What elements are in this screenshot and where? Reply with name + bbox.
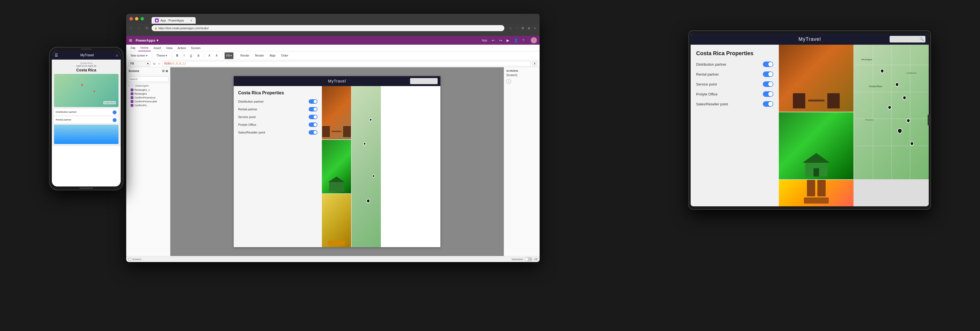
map-pin-4 <box>366 198 371 203</box>
screen-info-icon[interactable]: i <box>506 79 511 84</box>
phone-prop-item-2[interactable]: Rental partner ⬤ <box>54 117 118 123</box>
photo-2 <box>322 140 351 193</box>
property-dropdown[interactable]: Fill ▾ <box>129 61 151 67</box>
theme-btn[interactable]: Theme ▾ <box>154 53 170 59</box>
font-color-btn[interactable]: A <box>213 53 220 59</box>
pa-menu-insert[interactable]: Insert <box>151 45 164 51</box>
toggle-rental[interactable] <box>309 107 318 112</box>
pa-nav-preview[interactable]: ▶ <box>506 38 509 43</box>
italic-btn[interactable]: I <box>181 53 187 59</box>
phone-search-icon[interactable]: ⌕ <box>116 53 118 57</box>
phone-prop-toggle-2[interactable]: ⬤ <box>113 117 117 122</box>
tablet-toggle-distribution[interactable] <box>763 61 773 67</box>
toggle-off-label: Off <box>534 258 538 261</box>
font-size-btn[interactable]: A <box>206 53 213 59</box>
sidebar-list-icon[interactable]: ☰ <box>162 69 164 72</box>
traffic-light-close[interactable] <box>129 17 133 21</box>
tree-item-confirmpictureicon[interactable]: ConfirmPictureIcon <box>126 96 170 99</box>
more-icon[interactable]: ⋯ <box>514 26 519 30</box>
toggle-thumb-rental <box>313 107 317 111</box>
tab-close-btn[interactable]: ✕ <box>190 19 192 22</box>
app-search-bar[interactable] <box>410 78 438 84</box>
interaction-label: Interaction <box>512 258 523 261</box>
address-bar[interactable]: 🔒 https://test.create.powerapps.com/stud… <box>151 25 504 31</box>
render-btn[interactable]: Render <box>238 53 251 59</box>
traffic-light-maximize[interactable] <box>140 17 144 21</box>
formula-input[interactable]: RGBA(0,0,0,1) <box>162 61 531 67</box>
render-btn-2[interactable]: Render <box>253 53 266 59</box>
pa-menu-action[interactable]: Action <box>175 45 188 51</box>
pa-search-row <box>126 75 170 83</box>
phone-prop-label-2: Rental partner <box>56 118 72 121</box>
forward-button[interactable]: → <box>136 25 142 31</box>
toggle-thumb-service <box>313 115 317 118</box>
pa-bottom-bar: Screen1 Interaction Off <box>126 256 539 262</box>
underline-btn[interactable]: U <box>188 53 194 59</box>
pa-menu-file[interactable]: File <box>129 45 138 51</box>
menu-icon[interactable]: ≡ <box>533 26 538 30</box>
strikethrough-btn[interactable]: S <box>196 53 202 59</box>
pa-nav-redo[interactable]: ↪ <box>499 38 502 43</box>
back-button[interactable]: ← <box>129 25 135 31</box>
browser-tab[interactable]: ▦ App - PowerApps ✕ <box>151 17 196 24</box>
settings-icon[interactable]: ⚙ <box>520 26 525 30</box>
fill-btn[interactable]: Fill ▾ <box>224 53 234 59</box>
tablet-toggle-prolyte[interactable] <box>763 91 773 97</box>
align-btn[interactable]: Align <box>267 53 278 59</box>
extensions-icon[interactable]: ⊕ <box>527 26 531 30</box>
pa-brand: PowerApps ▾ <box>135 38 159 43</box>
screen-check-input[interactable] <box>129 258 131 261</box>
tablet-map-text-4: Caribbean <box>907 72 916 74</box>
tablet-toggle-thumb-prolyte <box>768 92 773 96</box>
tablet-toggle-service[interactable] <box>763 82 773 87</box>
phone-prop-toggle-1[interactable]: ⬤ <box>113 110 117 114</box>
traffic-light-minimize[interactable] <box>135 17 138 21</box>
phone-map-label: Costa Rica <box>103 101 116 104</box>
app-right-panel <box>322 86 441 247</box>
tablet-photo-1 <box>779 45 853 112</box>
interaction-toggle-track[interactable] <box>525 257 533 261</box>
order-btn[interactable]: Order <box>279 53 291 59</box>
pa-nav-help[interactable]: ? <box>522 38 524 42</box>
tablet-toggle-thumb-rental <box>768 72 773 77</box>
reload-button[interactable]: ↻ <box>144 25 150 31</box>
tree-icon-rect <box>130 88 134 91</box>
phone-hamburger-icon[interactable]: ☰ <box>54 53 58 58</box>
toggle-label-sales: Sales/Reseller point <box>238 131 265 134</box>
tablet-photo-3 <box>779 180 853 206</box>
app-section-title: Costa Rica Properties <box>238 91 318 96</box>
pa-nav-app[interactable]: App <box>482 38 487 42</box>
toggle-row-prolyte: Prolyte Office <box>238 123 318 127</box>
pa-nav-undo[interactable]: ↩ <box>492 38 495 43</box>
pa-nav-share[interactable]: 👤 <box>514 38 518 43</box>
toggle-distribution[interactable] <box>309 99 318 104</box>
tablet-toggle-rental[interactable] <box>763 72 773 77</box>
tree-item-confirmpicturelabel[interactable]: ConfirmPictureLabel <box>126 99 170 104</box>
tree-icon-folder: 📄 <box>130 84 134 87</box>
pa-menu-screen[interactable]: Screen <box>189 45 203 51</box>
toggle-sales[interactable] <box>309 130 318 134</box>
bookmark-icon[interactable]: ☆ <box>508 26 513 30</box>
tablet-toggle-sales[interactable] <box>763 101 773 107</box>
toggle-service[interactable] <box>309 115 318 119</box>
formula-expand-btn[interactable]: ⬇ <box>532 61 538 67</box>
tree-item-visitorsignin[interactable]: ▾ 📄 VisitorSignin <box>126 83 170 88</box>
screens-search-input[interactable] <box>128 77 169 82</box>
toggle-prolyte[interactable] <box>309 123 318 127</box>
tree-item-rectangle1_1[interactable]: Rectangle1_1 <box>126 88 170 92</box>
pa-menu-view[interactable]: View <box>164 45 175 51</box>
tree-item-confirmpic[interactable]: ConfirmPic... <box>126 104 170 107</box>
bold-btn[interactable]: B <box>174 53 180 59</box>
tree-item-rectangle1[interactable]: Rectangle1 <box>126 92 170 96</box>
phone-prop-item-1[interactable]: Distribution partner ⬤ <box>54 109 118 115</box>
screen-section-label: SCREEN <box>506 69 538 72</box>
sidebar-grid-icon[interactable]: ⊞ <box>165 69 168 72</box>
pa-toolbar: New screen ▾ Theme ▾ B I U S A A Fill ▾ … <box>126 51 539 60</box>
screen-checkbox[interactable]: Screen1 <box>129 258 142 261</box>
pa-menu-home[interactable]: Home <box>138 45 151 51</box>
new-screen-btn[interactable]: New screen ▾ <box>129 53 150 59</box>
waffle-icon[interactable]: ⊞ <box>129 38 132 43</box>
pa-topbar-nav: App ↩ ↪ ▶ 👤 ? <box>482 37 537 43</box>
formula-fx-icon: fx <box>151 62 158 66</box>
phone-map-pin-2: 📍 <box>92 91 96 93</box>
